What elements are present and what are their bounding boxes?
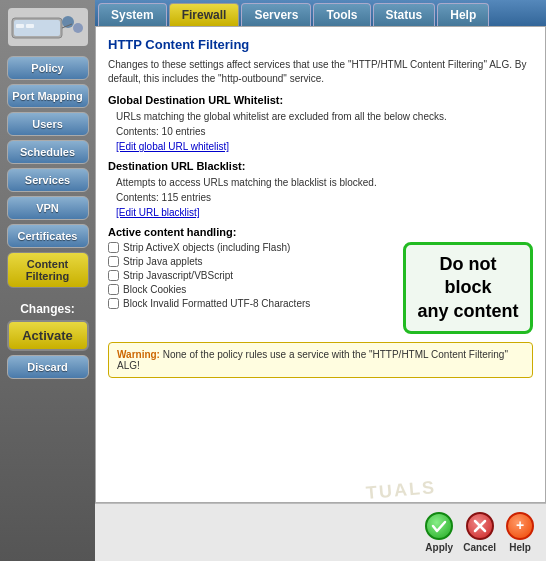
sidebar-btn-services[interactable]: Services [7, 168, 89, 192]
blacklist-edit-link[interactable]: [Edit URL blacklist] [116, 205, 533, 220]
sidebar-btn-port-mapping[interactable]: Port Mapping [7, 84, 89, 108]
cancel-action[interactable]: Cancel [463, 512, 496, 553]
action-bar: Apply Cancel + Help [95, 503, 546, 561]
tab-servers[interactable]: Servers [241, 3, 311, 26]
blacklist-header: Destination URL Blacklist: [108, 160, 533, 172]
help-label: Help [509, 542, 531, 553]
sidebar-btn-users[interactable]: Users [7, 112, 89, 136]
help-icon: + [506, 512, 534, 540]
checkbox-row-java: Strip Java applets [108, 256, 395, 267]
active-content-header: Active content handling: [108, 226, 533, 238]
warning-label: Warning: [117, 349, 160, 360]
sidebar-btn-content-filtering[interactable]: Content Filtering [7, 252, 89, 288]
label-strip-javascript: Strip Javascript/VBScript [123, 270, 233, 281]
do-not-block-callout: Do not block any content [403, 242, 533, 334]
apply-icon [425, 512, 453, 540]
active-content-section: Strip ActiveX objects (including Flash) … [108, 242, 533, 334]
apply-action[interactable]: Apply [425, 512, 453, 553]
whitelist-header: Global Destination URL Whitelist: [108, 94, 533, 106]
checkbox-strip-activex[interactable] [108, 242, 119, 253]
svg-point-2 [62, 16, 74, 28]
label-strip-activex: Strip ActiveX objects (including Flash) [123, 242, 290, 253]
blacklist-contents: Contents: 115 entries [116, 190, 533, 205]
warning-box: Warning: None of the policy rules use a … [108, 342, 533, 378]
checkbox-row-activex: Strip ActiveX objects (including Flash) [108, 242, 395, 253]
label-block-utf8: Block Invalid Formatted UTF-8 Characters [123, 298, 310, 309]
tab-status[interactable]: Status [373, 3, 436, 26]
do-not-block-text: Do not block any content [414, 253, 522, 323]
activate-button[interactable]: Activate [7, 320, 89, 351]
whitelist-body: URLs matching the global whitelist are e… [116, 109, 533, 154]
whitelist-contents: Contents: 10 entries [116, 124, 533, 139]
content-wrapper: HTTP Content Filtering Changes to these … [95, 26, 546, 561]
tab-tools[interactable]: Tools [313, 3, 370, 26]
content-panel: HTTP Content Filtering Changes to these … [95, 26, 546, 503]
checkbox-row-javascript: Strip Javascript/VBScript [108, 270, 395, 281]
blacklist-line1: Attempts to access URLs matching the bla… [116, 175, 533, 190]
checkbox-strip-java[interactable] [108, 256, 119, 267]
svg-rect-6 [26, 24, 34, 28]
sidebar-btn-vpn[interactable]: VPN [7, 196, 89, 220]
sidebar: Policy Port Mapping Users Schedules Serv… [0, 0, 95, 561]
help-action[interactable]: + Help [506, 512, 534, 553]
page-title: HTTP Content Filtering [108, 37, 533, 52]
blacklist-body: Attempts to access URLs matching the bla… [116, 175, 533, 220]
sidebar-btn-policy[interactable]: Policy [7, 56, 89, 80]
content-description: Changes to these settings affect service… [108, 58, 533, 86]
tab-help[interactable]: Help [437, 3, 489, 26]
checkbox-row-cookies: Block Cookies [108, 284, 395, 295]
svg-rect-5 [16, 24, 24, 28]
tab-system[interactable]: System [98, 3, 167, 26]
cancel-label: Cancel [463, 542, 496, 553]
whitelist-edit-link[interactable]: [Edit global URL whitelist] [116, 139, 533, 154]
label-strip-java: Strip Java applets [123, 256, 203, 267]
changes-section: Changes: Activate Discard [7, 302, 89, 379]
sidebar-btn-schedules[interactable]: Schedules [7, 140, 89, 164]
logo [8, 8, 88, 46]
apply-label: Apply [425, 542, 453, 553]
checkbox-block-utf8[interactable] [108, 298, 119, 309]
main-area: System Firewall Servers Tools Status Hel… [95, 0, 546, 561]
sidebar-btn-certificates[interactable]: Certificates [7, 224, 89, 248]
checkboxes-area: Strip ActiveX objects (including Flash) … [108, 242, 395, 334]
label-block-cookies: Block Cookies [123, 284, 186, 295]
nav-tabs: System Firewall Servers Tools Status Hel… [95, 0, 546, 26]
whitelist-line1: URLs matching the global whitelist are e… [116, 109, 533, 124]
checkbox-block-cookies[interactable] [108, 284, 119, 295]
discard-button[interactable]: Discard [7, 355, 89, 379]
svg-text:+: + [516, 518, 524, 533]
checkbox-strip-javascript[interactable] [108, 270, 119, 281]
changes-label: Changes: [7, 302, 89, 316]
warning-text: None of the policy rules use a service w… [117, 349, 508, 371]
svg-point-3 [73, 23, 83, 33]
checkbox-row-utf8: Block Invalid Formatted UTF-8 Characters [108, 298, 395, 309]
cancel-icon [466, 512, 494, 540]
tab-firewall[interactable]: Firewall [169, 3, 240, 26]
